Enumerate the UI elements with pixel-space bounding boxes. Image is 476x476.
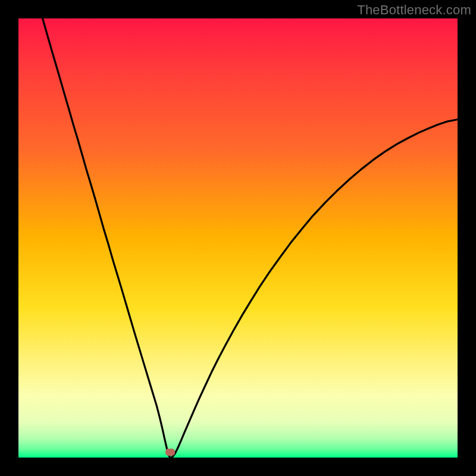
optimum-marker [165,449,175,456]
plot-area [18,18,458,458]
watermark-text: TheBottleneck.com [357,2,471,18]
chart-frame: TheBottleneck.com [0,0,476,476]
bottleneck-curve [18,18,458,458]
